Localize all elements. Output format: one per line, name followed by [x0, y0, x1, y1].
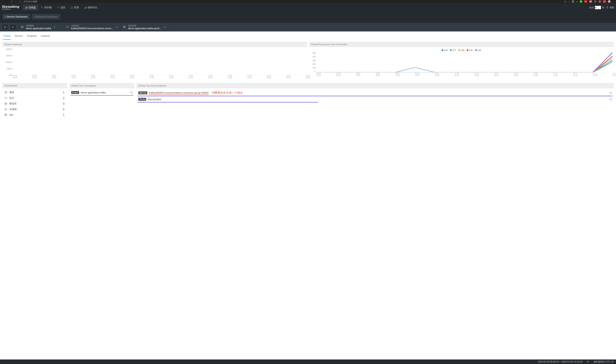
compare-icon — [84, 6, 87, 9]
footer: 2020-01-05 09:46:18 ~ 2020-01-05 10:16:1… — [0, 360, 616, 364]
back-icon[interactable]: ← — [1, 0, 4, 3]
chevron-down-icon: ▾ — [54, 26, 55, 28]
latency-badge: 203 ms — [138, 91, 147, 94]
time-range[interactable]: 2020-01-05 09:46:18 ~ 2020-01-05 10:16:1… — [538, 360, 582, 363]
nav-trace[interactable]: 追踪 — [55, 5, 68, 10]
brief-row-service: 服务 1 — [3, 90, 66, 95]
home-icon[interactable]: ⌂ — [15, 0, 17, 3]
copy-icon[interactable] — [610, 98, 612, 101]
selector-row: 当前服务 demo-application-kafka ▾ 当前端点 Kafka… — [0, 23, 616, 31]
throughput-item[interactable]: 6 cpmdemo-application-kafka — [70, 90, 133, 96]
lock-icon — [4, 26, 6, 28]
svg-point-17 — [6, 109, 6, 109]
refresh-selectors-button[interactable] — [11, 25, 15, 30]
endpoint-selector[interactable]: 当前端点 Kafka/DEMO/Consumer/demo-consu... ▾ — [64, 23, 120, 31]
slow-endpoint-item[interactable]: 203 msKafka/DEMO/Consumer/demo-consumer-… — [138, 90, 613, 96]
unit-label: 秒 — [602, 6, 604, 9]
extension-icons: ⊞ ☆ ⋎ 7 off ⋮ — [565, 0, 615, 3]
subtab-global[interactable]: Global — [3, 33, 11, 39]
panel-title: Global Top Throughput — [69, 83, 134, 88]
svg-rect-7 — [85, 7, 86, 9]
nav-dashboard[interactable]: 仪表盘 — [23, 5, 38, 10]
nav-topology[interactable]: 拓扑图 — [39, 5, 54, 10]
timezone: 服务器时区 UTC +8 — [594, 360, 613, 364]
svg-point-13 — [124, 27, 124, 27]
storage-icon — [4, 108, 8, 111]
url-text[interactable]: 127.0.0.1:8080 — [24, 0, 37, 3]
browser-address-bar: ← → ⟳ ⌂ ⓘ 127.0.0.1:8080 ⊞ ☆ ⋎ 7 off ⋮ — [0, 0, 616, 3]
slow-name: /demo/kafka — [148, 98, 161, 101]
topology-icon — [41, 6, 43, 9]
instance-selector[interactable]: 当前实例 demo-application-kafka-pid:8... ▾ — [120, 23, 168, 31]
refresh-interval-input[interactable] — [595, 6, 601, 9]
svg-rect-0 — [25, 8, 26, 9]
auto-refresh: 自动 秒 刷新 — [589, 6, 614, 9]
throughput-name: demo-application-kafka — [81, 91, 106, 94]
svg-point-12 — [124, 26, 124, 26]
svg-rect-9 — [4, 27, 6, 28]
panel-title: Global Top Slow Endpoint — [136, 83, 614, 88]
reload-icon[interactable]: ⟳ — [11, 0, 13, 3]
service-selector[interactable]: 当前服务 demo-application-kafka ▾ — [18, 23, 64, 31]
alarm-icon — [71, 6, 73, 9]
top-nav: Skywalking​ Rocketbot 仪表盘 拓扑图 追踪 告警 — [0, 3, 616, 12]
sub-tabs: Global Service Endpoint Instance — [0, 31, 616, 40]
tab-database-dashboard[interactable]: Database Dashboard — [32, 14, 61, 19]
panel-title: Global Heatmap — [2, 42, 307, 47]
svg-rect-8 — [86, 7, 86, 9]
panel-slow-endpoint: Global Top Slow Endpoint 203 msKafka/DEM… — [136, 83, 614, 118]
brief-row-endpoint: 端点 2 — [3, 95, 66, 101]
svg-line-5 — [42, 7, 42, 8]
bar-chart-icon — [25, 6, 27, 9]
latency-badge: 78 ms — [138, 98, 146, 101]
forward-icon[interactable]: → — [6, 0, 8, 3]
language-switch[interactable]: 中 — [587, 360, 589, 364]
panel-heatmap: Global Heatmap 2000ms1500ms1000ms500ms0m… — [2, 42, 307, 81]
svg-point-3 — [41, 7, 42, 7]
slow-endpoint-item[interactable]: 78 ms/demo/kafka — [138, 96, 613, 103]
package-icon — [4, 91, 8, 94]
annotation-text: 消费者也会生成一个端点 — [212, 91, 243, 95]
database-icon — [4, 102, 8, 105]
throughput-badge: 6 cpm — [71, 91, 79, 94]
refresh-button[interactable]: 刷新 — [610, 6, 614, 9]
info-icon[interactable]: ⓘ — [19, 0, 21, 3]
brief-row-mq: MQ 1 — [3, 112, 66, 117]
copy-icon[interactable] — [130, 91, 133, 94]
trace-icon — [57, 6, 59, 9]
panel-brief: Global Brief 服务 1 端点 2 数据库 0 存储器 0 — [2, 83, 67, 118]
brand: Skywalking​ Rocketbot — [2, 5, 19, 10]
code-icon — [4, 97, 8, 99]
refresh-icon[interactable] — [606, 6, 608, 9]
code-icon — [66, 26, 69, 29]
svg-point-4 — [42, 8, 43, 9]
lock-button[interactable] — [3, 25, 8, 30]
nav-compare[interactable]: 指标对比 — [82, 5, 100, 10]
package-icon — [21, 26, 24, 29]
panel-throughput: Global Top Throughput 6 cpmdemo-applicat… — [69, 83, 134, 118]
panel-percentile: Global Response Time Percentile p50 p75 … — [309, 42, 614, 81]
svg-rect-6 — [84, 8, 85, 9]
subtab-endpoint[interactable]: Endpoint — [26, 33, 37, 39]
subtab-instance[interactable]: Instance — [40, 33, 50, 39]
tab-service-dashboard[interactable]: Service Dashboard — [2, 14, 30, 19]
copy-icon[interactable] — [610, 91, 612, 94]
chevron-down-icon: ▾ — [116, 26, 117, 28]
tab-indicator-bar — [5, 15, 5, 18]
slow-name: Kafka/DEMO/Consumer/demo-consumer-group-… — [149, 91, 209, 94]
svg-point-16 — [5, 109, 5, 109]
brief-row-database: 数据库 0 — [3, 101, 66, 106]
chart-legend: p50 p75 p90 p95 p99 — [310, 48, 613, 52]
refresh-icon — [12, 26, 14, 28]
chevron-down-icon: ▾ — [165, 26, 166, 28]
brief-row-cache: 存储器 0 — [3, 106, 66, 112]
svg-point-14 — [5, 103, 7, 103]
dashboard-tabs: Service Dashboard Database Dashboard — [0, 12, 616, 23]
nav-alarm[interactable]: 告警 — [68, 5, 81, 10]
svg-rect-2 — [27, 7, 27, 9]
subtab-service[interactable]: Service — [14, 33, 23, 39]
panel-title: Global Response Time Percentile — [309, 42, 614, 47]
auto-label: 自动 — [589, 6, 594, 9]
list-icon — [4, 113, 8, 116]
server-icon — [123, 26, 126, 29]
